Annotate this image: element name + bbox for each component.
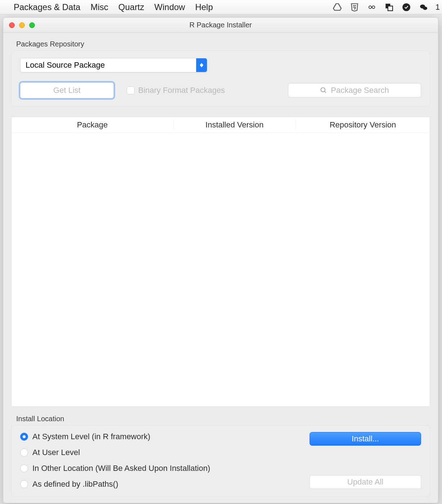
checkbox-box-icon [127,86,135,94]
radio-dot-icon [20,449,28,456]
menubar-badge-count: 1 [436,3,440,12]
menubar-item-help[interactable]: Help [195,2,213,12]
radio-dot-icon [20,464,28,472]
svg-line-8 [325,91,326,93]
package-table: Package Installed Version Repository Ver… [11,117,430,407]
install-location-group: At System Level (in R framework) At User… [11,425,430,496]
html5-shield-icon[interactable] [349,2,360,13]
column-installed-version[interactable]: Installed Version [173,120,296,130]
radio-label: At User Level [32,448,80,457]
menubar-right-icons: 1 [332,0,442,14]
radio-user-level[interactable]: At User Level [20,448,421,457]
system-menubar: Packages & Data Misc Quartz Window Help … [0,0,442,14]
menubar-item-window[interactable]: Window [154,2,185,12]
overlap-squares-icon[interactable] [384,2,394,13]
install-location-label: Install Location [16,415,430,423]
google-drive-icon[interactable] [332,2,343,13]
radio-label: In Other Location (Will Be Asked Upon In… [32,464,210,473]
radio-other-location[interactable]: In Other Location (Will Be Asked Upon In… [20,464,421,473]
window-title: R Package Installer [3,21,438,29]
menubar-item-packages-data[interactable]: Packages & Data [14,2,80,12]
package-search-input[interactable]: Package Search [288,83,421,98]
search-icon [320,87,327,94]
binary-format-checkbox[interactable]: Binary Format Packages [127,86,225,95]
svg-rect-3 [388,6,393,11]
table-body-empty [12,133,430,406]
svg-point-4 [402,3,410,11]
svg-point-6 [423,7,427,10]
glasses-icon[interactable] [366,2,377,13]
radio-dot-icon [20,480,28,488]
titlebar: R Package Installer [3,18,438,33]
svg-point-1 [372,6,375,8]
radio-dot-icon [20,433,28,441]
get-list-button[interactable]: Get List [20,82,114,98]
wechat-icon[interactable] [418,2,429,13]
search-placeholder: Package Search [331,86,389,95]
packages-repository-label: Packages Repository [16,40,430,48]
installer-window: R Package Installer Packages Repository … [3,17,438,503]
repository-select[interactable]: Local Source Package [20,58,207,72]
update-all-button[interactable]: Update All [310,475,421,489]
radio-label: As defined by .libPaths() [32,480,118,489]
radio-label: At System Level (in R framework) [32,432,150,441]
svg-point-0 [369,6,371,8]
column-package[interactable]: Package [12,120,173,130]
binary-format-label: Binary Format Packages [138,86,225,95]
shield-check-icon[interactable] [401,2,412,13]
table-header: Package Installed Version Repository Ver… [12,117,430,133]
install-button[interactable]: Install... [310,432,421,446]
svg-point-7 [321,88,325,92]
menubar-item-misc[interactable]: Misc [90,2,108,12]
menubar-item-quartz[interactable]: Quartz [118,2,144,12]
repository-select-value: Local Source Package [26,60,105,70]
packages-repository-group: Local Source Package Get List Binary For… [11,50,430,107]
column-repository-version[interactable]: Repository Version [296,120,430,130]
chevron-updown-icon [196,58,207,72]
